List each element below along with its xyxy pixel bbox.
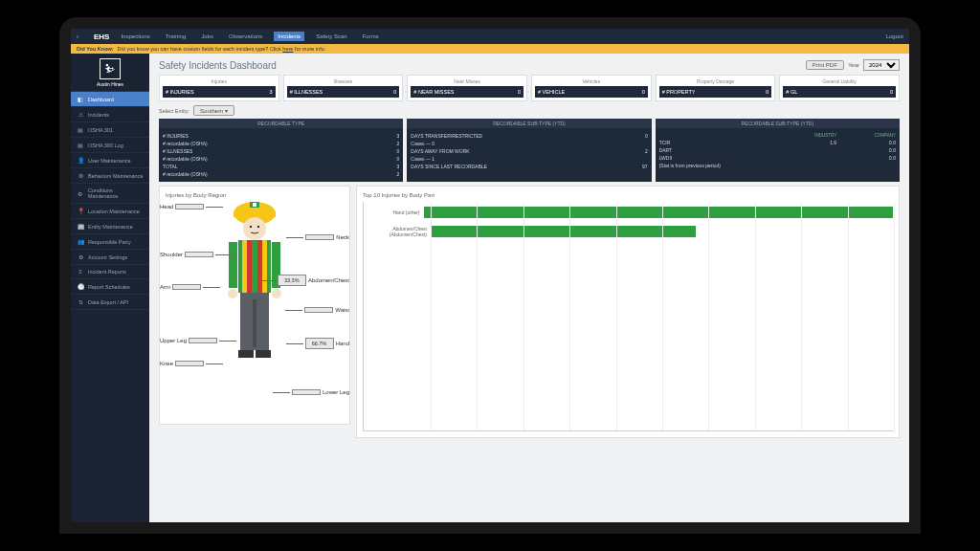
sidebar-icon: 🕑 (77, 283, 84, 290)
back-icon[interactable]: ‹ (77, 33, 86, 40)
tab-incidents[interactable]: Incidents (274, 32, 304, 41)
sidebar-icon: 👤 (77, 157, 84, 164)
year-select[interactable]: 2024 (863, 59, 900, 71)
sidebar-icon: 🏢 (77, 223, 84, 230)
app-brand: EHS (94, 33, 109, 41)
sidebar-icon: 👥 (77, 238, 84, 245)
charts-row: Injuries by Body Region HeadShoulderArmU… (159, 186, 900, 438)
banner-suffix: for more info. (295, 46, 325, 52)
svg-point-6 (257, 226, 259, 228)
detail-panel: RECORDABLE SUB-TYPE (YTD)DAYS TRANSFER/R… (407, 119, 651, 182)
stat-card: General Liability# GL0 (779, 75, 900, 101)
user-name: Austin Hines (97, 81, 123, 87)
svg-rect-3 (253, 203, 256, 207)
body-region-chart: Injuries by Body Region HeadShoulderArmU… (159, 186, 350, 425)
detail-panel: RECORDABLE TYPE# INJURIES3# recordable (… (159, 119, 403, 182)
stat-card: Near Misses# NEAR MISSES0 (407, 75, 527, 101)
tab-forms[interactable]: Forms (359, 32, 383, 41)
top-injuries-chart: Top 10 Injuries by Body Part Hand (other… (356, 186, 900, 438)
tab-safety-scan[interactable]: Safety Scan (312, 32, 350, 41)
nav-tabs: InspectionsTrainingJobsObservationsIncid… (117, 32, 382, 41)
sidebar-item-location-maintenance[interactable]: 📍Location Maintenance (71, 204, 149, 219)
stat-card: Illnesses# ILLNESSES0 (283, 75, 404, 101)
svg-point-4 (243, 217, 266, 240)
sidebar-logo: ⛷ Austin Hines (71, 54, 149, 92)
body-label-head: Head (160, 204, 223, 209)
worker-figure (212, 194, 298, 395)
sidebar: ⛷ Austin Hines ◧Dashboard⚠Incidents▤OSHA… (71, 54, 149, 522)
svg-rect-19 (256, 350, 271, 358)
sidebar-item-account-settings[interactable]: ⚙Account Settings (71, 250, 149, 265)
sidebar-item-responsible-party[interactable]: 👥Responsible Party (71, 234, 149, 250)
bar-row: Hand (other) (364, 206, 893, 219)
top-nav: ‹ EHS InspectionsTrainingJobsObservation… (71, 29, 909, 44)
sidebar-item-conditions-maintenance[interactable]: ⚙Conditions Maintenance (71, 184, 149, 204)
print-pdf-button[interactable]: Print PDF (806, 60, 844, 70)
body-label-abdomenchest: 33.3%Abdomen/Chest (258, 275, 349, 286)
logo-icon: ⛷ (100, 58, 121, 79)
sidebar-icon: ▤ (77, 142, 84, 148)
content: Safety Incidents Dashboard Print PDF Yea… (149, 54, 909, 522)
svg-rect-8 (242, 240, 247, 293)
page-title: Safety Incidents Dashboard (159, 60, 277, 71)
bar-row: Abdomen/Chest (Abdomen/Chest) (364, 225, 893, 238)
entity-filter: Select Entity: Southern ▾ (159, 105, 900, 116)
body-label-arm: Arm (160, 284, 220, 290)
detail-panels: RECORDABLE TYPE# INJURIES3# recordable (… (159, 119, 900, 182)
svg-rect-1 (234, 211, 276, 217)
sidebar-item-report-schedules[interactable]: 🕑Report Schedules (71, 279, 149, 295)
year-label: Year (848, 62, 859, 68)
svg-rect-18 (238, 350, 254, 358)
sidebar-item-incidents[interactable]: ⚠Incidents (71, 107, 149, 122)
sidebar-icon: ▤ (77, 126, 84, 133)
body-label-neck: Neck (286, 234, 349, 240)
sidebar-item-behaviors-maintenance[interactable]: ⚙Behaviors Maintenance (71, 168, 149, 184)
sidebar-icon: ⚙ (77, 253, 84, 260)
stat-cards: Injuries# INJURIES3Illnesses# ILLNESSES0… (159, 75, 900, 101)
body-label-knee: Knee (160, 361, 223, 366)
sidebar-icon: ≡ (77, 269, 84, 275)
tab-jobs[interactable]: Jobs (197, 32, 217, 41)
body-label-shoulder: Shoulder (160, 252, 233, 257)
sidebar-item-dashboard[interactable]: ◧Dashboard (71, 92, 149, 107)
sidebar-item-osha-300-log[interactable]: ▤OSHA 300 Log (71, 138, 149, 153)
logout-link[interactable]: Logout (886, 33, 903, 39)
body-label-waist: Waist (285, 307, 349, 313)
sidebar-icon: ⚠ (77, 111, 84, 118)
sidebar-icon: ◧ (77, 96, 84, 102)
stat-card: Vehicles# VEHICLE0 (531, 75, 652, 101)
sidebar-icon: ⚙ (77, 172, 84, 179)
banner-prefix: Did You Know: (77, 46, 114, 52)
filter-label: Select Entity: (159, 108, 189, 114)
sidebar-icon: 📍 (77, 208, 84, 214)
entity-select[interactable]: Southern ▾ (193, 105, 234, 116)
svg-point-14 (228, 289, 237, 298)
bar-chart-title: Top 10 Injuries by Body Part (363, 192, 893, 198)
detail-panel: RECORDABLE SUB-TYPE (YTD)INDUSTRYCOMPANY… (656, 119, 900, 182)
sidebar-item-entity-maintenance[interactable]: 🏢Entity Maintenance (71, 219, 149, 234)
tab-training[interactable]: Training (162, 32, 189, 41)
main-area: ⛷ Austin Hines ◧Dashboard⚠Incidents▤OSHA… (71, 54, 909, 522)
svg-point-15 (272, 289, 281, 298)
page-header: Safety Incidents Dashboard Print PDF Yea… (159, 59, 900, 71)
sidebar-item-data-export-api[interactable]: ⇅Data Export / API (71, 295, 149, 310)
tab-inspections[interactable]: Inspections (117, 32, 153, 41)
svg-rect-17 (253, 299, 256, 347)
banner-link[interactable]: here (282, 46, 293, 52)
sidebar-item-incident-reports[interactable]: ≡Incident Reports (71, 265, 149, 279)
tab-observations[interactable]: Observations (225, 32, 266, 41)
info-banner: Did You Know: Did you know you can have … (71, 44, 909, 54)
svg-rect-12 (229, 242, 237, 288)
banner-text: Did you know you can have custom fields … (118, 46, 281, 52)
bar-area: Hand (other)Abdomen/Chest (Abdomen/Chest… (363, 202, 893, 431)
stat-card: Property Damage# PROPERTY0 (656, 75, 776, 101)
svg-point-5 (250, 226, 252, 228)
stat-card: Injuries# INJURIES3 (159, 75, 279, 101)
body-label-upperleg: Upper Leg (160, 338, 236, 343)
sidebar-item-osha-301[interactable]: ▤OSHA 301 (71, 122, 149, 138)
body-label-hand: 66.7%Hand (286, 338, 349, 349)
sidebar-icon: ⚙ (77, 190, 84, 197)
sidebar-item-user-maintenance[interactable]: 👤User Maintenance (71, 153, 149, 168)
laptop-frame: ‹ EHS InspectionsTrainingJobsObservation… (59, 17, 921, 534)
svg-rect-9 (247, 240, 252, 293)
